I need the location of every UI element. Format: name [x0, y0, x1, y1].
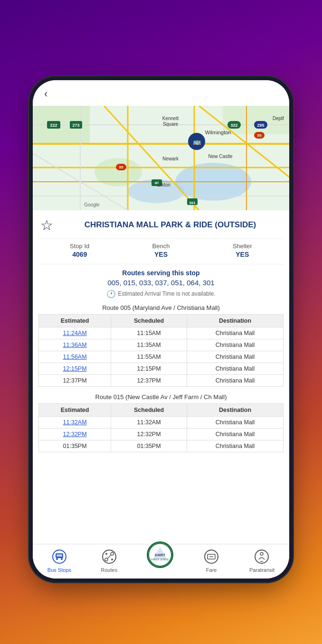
svg-text:New Castle: New Castle: [208, 154, 233, 159]
estimated-time[interactable]: 11:36AM: [39, 339, 111, 351]
svg-text:Elkton: Elkton: [157, 182, 170, 187]
map-area[interactable]: 222 273 322 295 55 95 40 301 Kennett Squ…: [33, 106, 289, 210]
estimated-time[interactable]: 11:24AM: [39, 327, 111, 339]
fare-icon: [203, 548, 220, 565]
svg-text:301: 301: [189, 201, 196, 205]
svg-text:Google: Google: [84, 202, 100, 207]
content-scroll: ☆ CHRISTIANA MALL PARK & RIDE (OUTSIDE) …: [33, 210, 289, 544]
col-estimated: Estimated: [39, 403, 111, 416]
estimated-time[interactable]: 12:15PM: [39, 363, 111, 374]
svg-text:95: 95: [119, 165, 123, 169]
svg-text:222: 222: [50, 123, 57, 128]
svg-text:295: 295: [257, 123, 264, 128]
route-005-section: Route 005 (Maryland Ave / Christiana Mal…: [38, 304, 284, 387]
nav-routes-label: Routes: [101, 567, 117, 573]
nav-paratransit-label: Paratransit: [249, 567, 275, 573]
destination: Christiana Mall: [187, 351, 284, 363]
svg-point-63: [260, 552, 263, 555]
routes-section: Routes serving this stop 005, 015, 033, …: [38, 269, 284, 299]
scheduled-time: 11:15AM: [111, 327, 187, 339]
svg-text:Newark: Newark: [162, 156, 179, 161]
stop-header: ☆ CHRISTIANA MALL PARK & RIDE (OUTSIDE): [38, 210, 284, 238]
route-005-title: Route 005 (Maryland Ave / Christiana Mal…: [38, 304, 284, 311]
clock-icon: 🕐: [106, 289, 116, 299]
svg-text:273: 273: [72, 123, 79, 128]
svg-text:Kennett: Kennett: [162, 116, 179, 121]
dart-logo[interactable]: DART FIRST STATE: [147, 541, 173, 568]
svg-text:Square: Square: [163, 121, 179, 127]
stop-name: CHRISTIANA MALL PARK & RIDE (OUTSIDE): [59, 220, 282, 230]
scheduled-time: 12:37PM: [111, 374, 187, 386]
nav-paratransit[interactable]: Paratransit: [249, 548, 275, 573]
routes-list: 005, 015, 033, 037, 051, 064, 301: [38, 279, 284, 287]
estimated-time[interactable]: 12:32PM: [39, 428, 111, 440]
nav-fare-label: Fare: [206, 567, 217, 573]
back-button[interactable]: ‹: [40, 86, 51, 102]
svg-rect-48: [57, 554, 62, 557]
route-005-table: Estimated Scheduled Destination 11:24AM1…: [38, 314, 284, 387]
svg-point-46: [56, 558, 58, 560]
bus-stops-icon: [51, 548, 68, 565]
svg-point-53: [105, 553, 107, 555]
estimated-time: 12:37PM: [39, 374, 111, 386]
nav-dart-center[interactable]: DART FIRST STATE: [147, 549, 173, 572]
col-scheduled: Scheduled: [111, 403, 187, 416]
destination: Christiana Mall: [187, 363, 284, 374]
stop-info-row: Stop Id 4069 Bench YES Shelter YES: [38, 238, 284, 264]
scheduled-time: 11:32AM: [111, 416, 187, 428]
table-row: 12:32PM12:32PMChristiana Mall: [39, 428, 284, 440]
col-scheduled: Scheduled: [111, 314, 187, 327]
paratransit-icon: [253, 548, 270, 565]
scheduled-time: 11:35AM: [111, 339, 187, 351]
routes-serving-label: Routes serving this stop: [38, 269, 284, 277]
destination: Christiana Mall: [187, 440, 284, 452]
routes-icon: [101, 548, 118, 565]
destination: Christiana Mall: [187, 327, 284, 339]
destination: Christiana Mall: [187, 374, 284, 386]
destination: Christiana Mall: [187, 339, 284, 351]
eta-notice: 🕐 Estimated Arrival Time is not availabl…: [38, 289, 284, 299]
stop-id-info: Stop Id 4069: [70, 243, 89, 258]
svg-text:🚌: 🚌: [193, 138, 201, 146]
stop-id-value: 4069: [70, 251, 89, 258]
destination: Christiana Mall: [187, 428, 284, 440]
svg-line-52: [107, 555, 111, 559]
nav-bus-stops-label: Bus Stops: [47, 567, 71, 573]
scheduled-time: 01:35PM: [111, 440, 187, 452]
route-015-table: Estimated Scheduled Destination 11:32AM1…: [38, 403, 284, 452]
col-destination: Destination: [187, 403, 284, 416]
estimated-time[interactable]: 11:32AM: [39, 416, 111, 428]
phone-frame: ‹: [33, 80, 289, 579]
svg-text:FIRST STATE: FIRST STATE: [152, 558, 169, 561]
table-row: 12:37PM12:37PMChristiana Mall: [39, 374, 284, 386]
table-row: 11:32AM11:32AMChristiana Mall: [39, 416, 284, 428]
svg-text:55: 55: [257, 133, 262, 138]
bottom-nav: Bus Stops Routes: [33, 544, 289, 579]
svg-point-54: [111, 559, 113, 560]
nav-bus-stops[interactable]: Bus Stops: [47, 548, 71, 573]
route-015-title: Route 015 (New Castle Av / Jeff Farm / C…: [38, 393, 284, 401]
col-estimated: Estimated: [39, 314, 111, 327]
table-row: 11:24AM11:15AMChristiana Mall: [39, 327, 284, 339]
table-row: 12:15PM12:15PMChristiana Mall: [39, 363, 284, 374]
table-row: 11:36AM11:35AMChristiana Mall: [39, 339, 284, 351]
route-015-section: Route 015 (New Castle Av / Jeff Farm / C…: [38, 393, 284, 452]
favorite-star-icon[interactable]: ☆: [40, 217, 53, 233]
col-destination: Destination: [187, 314, 284, 327]
estimated-time: 01:35PM: [39, 440, 111, 452]
bench-info: Bench YES: [152, 243, 170, 258]
bench-value: YES: [152, 251, 170, 258]
shelter-value: YES: [233, 251, 252, 258]
destination: Christiana Mall: [187, 416, 284, 428]
svg-text:Deptf: Deptf: [273, 116, 284, 121]
nav-fare[interactable]: Fare: [203, 548, 220, 573]
svg-point-47: [61, 558, 63, 560]
svg-text:DART: DART: [155, 553, 165, 557]
shelter-label: Shelter: [233, 243, 252, 250]
scheduled-time: 12:32PM: [111, 428, 187, 440]
nav-routes[interactable]: Routes: [101, 548, 118, 573]
stop-id-label: Stop Id: [70, 243, 89, 250]
eta-notice-text: Estimated Arrival Time is not available.: [118, 290, 215, 297]
svg-text:Wilmington: Wilmington: [205, 130, 231, 135]
estimated-time[interactable]: 11:56AM: [39, 351, 111, 363]
